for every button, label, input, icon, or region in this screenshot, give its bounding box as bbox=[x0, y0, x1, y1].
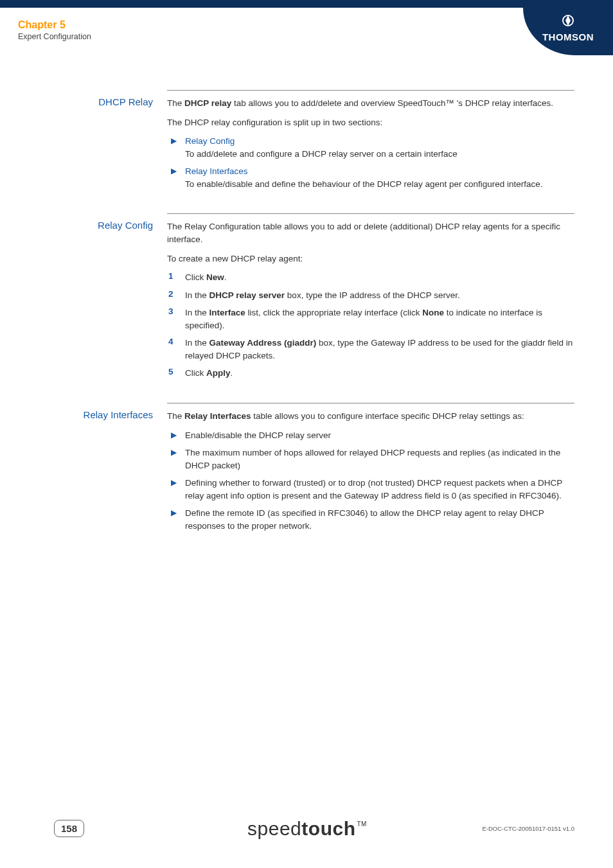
list-item: ▶ Relay Config To add/delete and configu… bbox=[167, 135, 574, 160]
step-number: 2 bbox=[167, 289, 185, 302]
text: box, type the IP address of the DHCP ser… bbox=[285, 290, 460, 300]
list-item: 2 In the DHCP relay server box, type the… bbox=[167, 289, 574, 302]
list-item: 4 In the Gateway Address (giaddr) box, t… bbox=[167, 337, 574, 362]
text-bold: DHCP relay bbox=[184, 98, 231, 108]
bullet-arrow-icon: ▶ bbox=[167, 429, 185, 442]
bullet-text: Enable/disable the DHCP relay server bbox=[185, 429, 574, 442]
text-bold: DHCP relay server bbox=[209, 290, 285, 300]
step-number: 1 bbox=[167, 271, 185, 284]
section-label-relay-interfaces: Relay Interfaces bbox=[18, 403, 167, 538]
thomson-logo-icon bbox=[523, 14, 613, 30]
bullet-text: Relay Interfaces To enable/disable and d… bbox=[185, 165, 574, 190]
list-item: ▶ Relay Interfaces To enable/disable and… bbox=[167, 165, 574, 190]
step-text: In the Interface list, click the appropr… bbox=[185, 306, 574, 332]
list-item: 3 In the Interface list, click the appro… bbox=[167, 306, 574, 332]
chapter-header: Chapter 5 Expert Configuration bbox=[18, 19, 91, 41]
text: tab allows you to add/delete and overvie… bbox=[231, 98, 553, 108]
list-item: ▶ Enable/disable the DHCP relay server bbox=[167, 429, 574, 442]
section-label-relay-config: Relay Config bbox=[18, 213, 167, 385]
section-relay-interfaces: Relay Interfaces The Relay Interfaces ta… bbox=[18, 403, 574, 538]
bullet-text: The maximum number of hops allowed for r… bbox=[185, 447, 574, 472]
text: In the bbox=[185, 308, 209, 317]
text: Click bbox=[185, 368, 206, 378]
text: To add/delete and configure a DHCP relay… bbox=[185, 149, 458, 159]
section-dhcp-relay: DHCP Relay The DHCP relay tab allows you… bbox=[18, 90, 574, 195]
top-bar bbox=[0, 0, 613, 8]
text: In the bbox=[185, 338, 209, 348]
chapter-title: Chapter 5 bbox=[18, 19, 91, 31]
trademark-icon: TM bbox=[357, 820, 366, 828]
list-item: 5 Click Apply. bbox=[167, 367, 574, 380]
bullet-text: Relay Config To add/delete and configure… bbox=[185, 135, 574, 160]
paragraph: The DHCP relay tab allows you to add/del… bbox=[167, 97, 574, 110]
text: The bbox=[167, 411, 184, 421]
text: . bbox=[231, 368, 233, 378]
text: table allows you to configure interface … bbox=[251, 411, 524, 421]
bullet-title: Relay Interfaces bbox=[185, 166, 248, 176]
page-footer: 158 speedtouchTM E-DOC-CTC-20051017-0151… bbox=[0, 805, 613, 844]
list-item: ▶ Defining whether to forward (trusted) … bbox=[167, 477, 574, 502]
paragraph: The DHCP relay configuration is split up… bbox=[167, 116, 574, 129]
text-bold: New bbox=[206, 272, 224, 282]
bullet-arrow-icon: ▶ bbox=[167, 165, 185, 190]
paragraph: The Relay Interfaces table allows you to… bbox=[167, 410, 574, 423]
logo-text-bold: touch bbox=[301, 818, 355, 839]
section-label-dhcp-relay: DHCP Relay bbox=[18, 90, 167, 195]
text: Click bbox=[185, 272, 206, 282]
bullet-arrow-icon: ▶ bbox=[167, 135, 185, 160]
section-relay-config: Relay Config The Relay Configuration tab… bbox=[18, 213, 574, 385]
text-bold: Apply bbox=[206, 368, 231, 378]
text: To enable/disable and define the behavio… bbox=[185, 179, 543, 189]
text-bold: Gateway Address (giaddr) bbox=[209, 338, 317, 348]
content-area: DHCP Relay The DHCP relay tab allows you… bbox=[18, 90, 574, 556]
bullet-arrow-icon: ▶ bbox=[167, 507, 185, 532]
bullet-title: Relay Config bbox=[185, 136, 235, 146]
text: In the bbox=[185, 290, 209, 300]
list-item: ▶ Define the remote ID (as specified in … bbox=[167, 507, 574, 532]
section-body: The DHCP relay tab allows you to add/del… bbox=[167, 90, 574, 195]
text: . bbox=[224, 272, 227, 282]
step-text: In the Gateway Address (giaddr) box, typ… bbox=[185, 337, 574, 362]
step-number: 4 bbox=[167, 337, 185, 362]
step-text: In the DHCP relay server box, type the I… bbox=[185, 289, 574, 302]
paragraph: The Relay Configuration table allows you… bbox=[167, 220, 574, 245]
bullet-arrow-icon: ▶ bbox=[167, 477, 185, 502]
bullet-text: Defining whether to forward (trusted) or… bbox=[185, 477, 574, 502]
text-bold: Relay Interfaces bbox=[184, 411, 251, 421]
chapter-subtitle: Expert Configuration bbox=[18, 32, 91, 41]
section-body: The Relay Configuration table allows you… bbox=[167, 213, 574, 385]
list-item: 1 Click New. bbox=[167, 271, 574, 284]
paragraph: To create a new DHCP relay agent: bbox=[167, 252, 574, 265]
text-bold: Interface bbox=[209, 308, 245, 317]
step-number: 3 bbox=[167, 306, 185, 332]
list-item: ▶ The maximum number of hops allowed for… bbox=[167, 447, 574, 472]
logo-text-light: speed bbox=[247, 818, 301, 839]
step-number: 5 bbox=[167, 367, 185, 380]
thomson-brand-text: THOMSON bbox=[523, 31, 613, 42]
bullet-arrow-icon: ▶ bbox=[167, 447, 185, 472]
thomson-badge: THOMSON bbox=[523, 8, 613, 55]
step-text: Click New. bbox=[185, 271, 574, 284]
text: The bbox=[167, 98, 184, 108]
step-text: Click Apply. bbox=[185, 367, 574, 380]
text-bold: None bbox=[422, 308, 444, 317]
bullet-text: Define the remote ID (as specified in RF… bbox=[185, 507, 574, 532]
text: list, click the appropriate relay interf… bbox=[245, 308, 422, 317]
document-code: E-DOC-CTC-20051017-0151 v1.0 bbox=[482, 825, 574, 832]
section-body: The Relay Interfaces table allows you to… bbox=[167, 403, 574, 538]
